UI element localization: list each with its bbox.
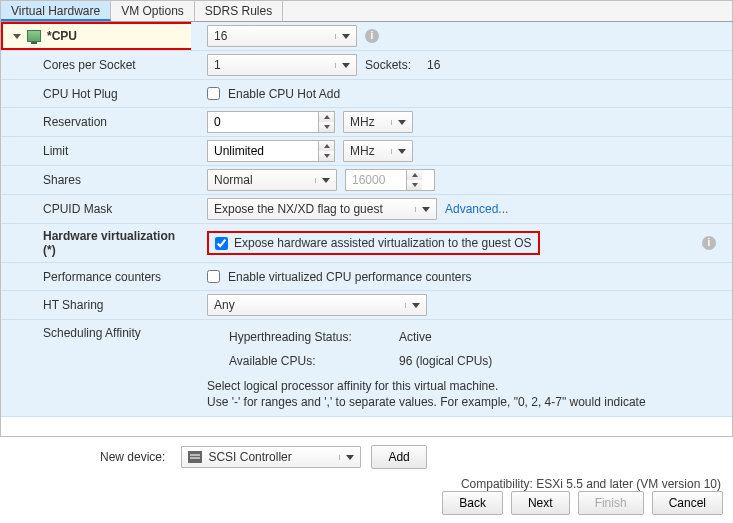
back-button[interactable]: Back (442, 491, 503, 515)
finish-button: Finish (578, 491, 644, 515)
cores-per-socket-select[interactable]: 1 (207, 54, 357, 76)
chevron-down-icon (13, 34, 21, 39)
new-device-select[interactable]: SCSI Controller (181, 446, 361, 468)
scheduling-affinity-row: Scheduling Affinity Hyperthreading Statu… (1, 320, 732, 417)
shares-level-select[interactable]: Normal (207, 169, 337, 191)
cpu-icon (27, 30, 41, 42)
spinner-down-icon[interactable] (319, 122, 334, 132)
new-device-row: New device: SCSI Controller Add (100, 437, 733, 469)
cpuid-mask-select[interactable]: Expose the NX/XD flag to guest (207, 198, 437, 220)
dropdown-arrow-icon (405, 303, 420, 308)
cores-per-socket-row: Cores per Socket 1 Sockets: 16 (1, 51, 732, 80)
hardware-virtualization-row: Hardware virtualization (*) Expose hardw… (1, 224, 732, 263)
cores-per-socket-value: 1 (214, 58, 329, 72)
perf-counters-checkbox-label: Enable virtualized CPU performance count… (228, 270, 471, 284)
sockets-value: 16 (427, 58, 440, 72)
ht-sharing-value: Any (214, 298, 399, 312)
limit-unit-select[interactable]: MHz (343, 140, 413, 162)
reservation-unit-select[interactable]: MHz (343, 111, 413, 133)
cpu-hot-plug-row: CPU Hot Plug Enable CPU Hot Add (1, 80, 732, 108)
tab-bar: Virtual Hardware VM Options SDRS Rules (0, 0, 733, 22)
spinner-down-icon[interactable] (319, 151, 334, 161)
cpuid-mask-row: CPUID Mask Expose the NX/XD flag to gues… (1, 195, 732, 224)
limit-spinner[interactable] (207, 140, 335, 162)
scheduling-affinity-label: Scheduling Affinity (1, 320, 191, 345)
spinner-down-icon (407, 180, 422, 190)
shares-label: Shares (1, 168, 191, 192)
limit-unit-value: MHz (350, 144, 385, 158)
ht-sharing-row: HT Sharing Any (1, 291, 732, 320)
settings-panel: *CPU 16 i Cores per Socket 1 (0, 22, 733, 437)
cpuid-mask-value: Expose the NX/XD flag to guest (214, 202, 409, 216)
dropdown-arrow-icon (415, 207, 430, 212)
compatibility-label: Compatibility: ESXi 5.5 and later (VM ve… (0, 469, 733, 491)
limit-input[interactable] (208, 141, 318, 161)
spinner-up-icon[interactable] (319, 141, 334, 151)
spinner-up-icon[interactable] (319, 112, 334, 122)
cancel-button[interactable]: Cancel (652, 491, 723, 515)
dropdown-arrow-icon (391, 120, 406, 125)
cpu-count-select[interactable]: 16 (207, 25, 357, 47)
hyperthreading-status-label: Hyperthreading Status: (229, 330, 399, 344)
available-cpus-value: 96 (logical CPUs) (399, 354, 492, 368)
available-cpus-label: Available CPUs: (229, 354, 399, 368)
cpu-section-header[interactable]: *CPU (1, 22, 191, 50)
dropdown-arrow-icon (391, 149, 406, 154)
limit-label: Limit (1, 139, 191, 163)
cores-per-socket-label: Cores per Socket (1, 53, 191, 77)
settings-scroll[interactable]: *CPU 16 i Cores per Socket 1 (1, 22, 732, 436)
shares-level-value: Normal (214, 173, 309, 187)
info-icon: i (365, 29, 379, 43)
next-button[interactable]: Next (511, 491, 570, 515)
ht-sharing-label: HT Sharing (1, 293, 191, 317)
hyperthreading-status-value: Active (399, 330, 432, 344)
dropdown-arrow-icon (335, 34, 350, 39)
shares-row: Shares Normal (1, 166, 732, 195)
reservation-spinner[interactable] (207, 111, 335, 133)
cpu-section-row: *CPU 16 i (1, 22, 732, 51)
tab-sdrs-rules[interactable]: SDRS Rules (195, 1, 283, 21)
reservation-label: Reservation (1, 110, 191, 134)
cpu-hot-add-label: Enable CPU Hot Add (228, 87, 340, 101)
limit-row: Limit MHz (1, 137, 732, 166)
reservation-input[interactable] (208, 112, 318, 132)
shares-value-spinner (345, 169, 435, 191)
spinner-up-icon (407, 170, 422, 180)
cpuid-advanced-link[interactable]: Advanced... (445, 202, 508, 216)
reservation-row: Reservation MHz (1, 108, 732, 137)
cpu-count-value: 16 (214, 29, 329, 43)
reservation-unit-value: MHz (350, 115, 385, 129)
new-device-value: SCSI Controller (208, 450, 333, 464)
affinity-note-2: Use '-' for ranges and ',' to separate v… (207, 394, 716, 410)
info-icon: i (702, 236, 716, 250)
expose-hw-virt-label: Expose hardware assisted virtualization … (234, 236, 532, 250)
tab-vm-options[interactable]: VM Options (111, 1, 195, 21)
performance-counters-label: Performance counters (1, 265, 191, 289)
wizard-buttons: Back Next Finish Cancel (442, 491, 723, 515)
hardware-virtualization-label: Hardware virtualization (*) (1, 224, 191, 262)
cpu-section-label: *CPU (47, 29, 77, 43)
sockets-label: Sockets: (365, 58, 411, 72)
cpu-hot-add-checkbox[interactable] (207, 87, 220, 100)
dropdown-arrow-icon (335, 63, 350, 68)
scsi-controller-icon (188, 451, 202, 463)
cpuid-mask-label: CPUID Mask (1, 197, 191, 221)
dropdown-arrow-icon (339, 455, 354, 460)
cpu-hot-plug-label: CPU Hot Plug (1, 82, 191, 106)
perf-counters-checkbox[interactable] (207, 270, 220, 283)
add-device-button[interactable]: Add (371, 445, 426, 469)
performance-counters-row: Performance counters Enable virtualized … (1, 263, 732, 291)
new-device-label: New device: (100, 450, 165, 464)
dropdown-arrow-icon (315, 178, 330, 183)
hardware-virtualization-highlight: Expose hardware assisted virtualization … (207, 231, 540, 255)
expose-hw-virt-checkbox[interactable] (215, 237, 228, 250)
tab-virtual-hardware[interactable]: Virtual Hardware (1, 1, 111, 21)
ht-sharing-select[interactable]: Any (207, 294, 427, 316)
affinity-note-1: Select logical processor affinity for th… (207, 378, 716, 394)
shares-value-input (346, 170, 406, 190)
